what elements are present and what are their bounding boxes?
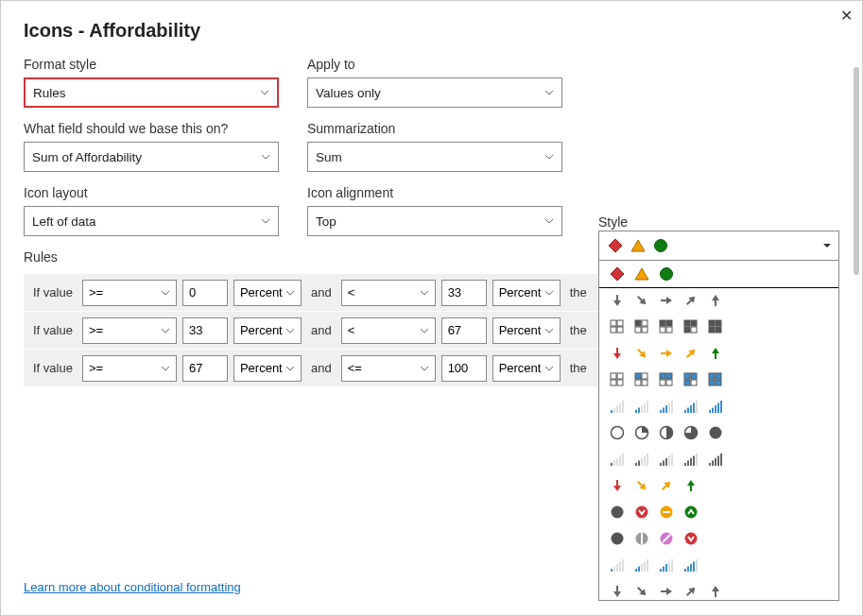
- pie-0-icon: [609, 424, 626, 441]
- svg-rect-121: [668, 562, 670, 573]
- style-option[interactable]: [599, 499, 838, 525]
- svg-rect-36: [684, 380, 690, 385]
- style-option[interactable]: [599, 287, 838, 314]
- circle-amber-bar-icon: [658, 504, 675, 521]
- rule-op1-select[interactable]: >=: [82, 355, 177, 382]
- rule-unit2-select[interactable]: Percent: [492, 355, 561, 382]
- icon-layout-value: Left of data: [32, 214, 96, 229]
- svg-rect-33: [666, 380, 672, 385]
- learn-more-link[interactable]: Learn more about conditional formatting: [24, 580, 241, 594]
- rule-unit2-select[interactable]: Percent: [492, 317, 561, 344]
- svg-rect-75: [619, 456, 621, 467]
- then-label: the: [566, 323, 591, 337]
- rule-val1-input[interactable]: [182, 355, 228, 382]
- svg-point-67: [612, 427, 624, 439]
- bars-2-icon: [633, 556, 650, 573]
- rule-unit1-select[interactable]: Percent: [233, 280, 302, 306]
- bars-1-icon: [609, 398, 626, 415]
- rule-op2-select[interactable]: <: [341, 317, 436, 344]
- rule-unit2-select[interactable]: Percent: [492, 280, 561, 306]
- rules-table: If value>=Percentand<PercenttheIf value>…: [24, 274, 602, 387]
- circle-pink-slash-icon: [658, 530, 675, 547]
- close-button[interactable]: ✕: [840, 7, 853, 25]
- then-label: the: [566, 285, 591, 299]
- svg-rect-77: [635, 463, 637, 466]
- bsquare-q2-icon: [658, 371, 675, 388]
- bars-5-icon: [707, 398, 724, 415]
- rule-op2-select[interactable]: <=: [341, 355, 436, 382]
- svg-rect-27: [642, 373, 647, 379]
- rule-unit1-select[interactable]: Percent: [233, 355, 302, 382]
- rule-op1-select[interactable]: >=: [82, 280, 177, 306]
- svg-rect-58: [687, 408, 689, 414]
- base-field-select[interactable]: Sum of Affordability: [24, 142, 279, 172]
- style-option[interactable]: [599, 552, 838, 578]
- if-value-label: If value: [29, 285, 77, 299]
- svg-rect-91: [696, 453, 698, 466]
- rule-row: If value>=Percentand<Percentthe: [24, 274, 602, 312]
- svg-rect-26: [635, 373, 641, 379]
- svg-rect-82: [660, 463, 662, 466]
- style-option[interactable]: [599, 525, 838, 552]
- svg-rect-12: [660, 327, 665, 333]
- circle-green-icon: [658, 265, 675, 282]
- icon-alignment-select[interactable]: Top: [307, 206, 562, 236]
- style-option[interactable]: [599, 367, 838, 393]
- caret-down-icon: [823, 242, 831, 249]
- rule-op2-select[interactable]: <: [341, 280, 436, 306]
- svg-rect-85: [668, 456, 670, 467]
- style-option[interactable]: [599, 261, 838, 287]
- circle-gray-split-icon: [633, 530, 650, 547]
- summarization-select[interactable]: Sum: [307, 142, 562, 172]
- square-q3-icon: [682, 318, 699, 335]
- svg-rect-89: [690, 458, 692, 466]
- svg-rect-13: [666, 327, 672, 333]
- apply-to-label: Apply to: [307, 57, 562, 72]
- svg-rect-62: [709, 410, 711, 413]
- svg-rect-6: [635, 320, 641, 326]
- format-style-select[interactable]: Rules: [24, 77, 279, 108]
- arrow-ur-orange-icon: [658, 477, 675, 494]
- svg-rect-2: [611, 320, 616, 326]
- svg-rect-18: [709, 320, 715, 326]
- rule-val1-input[interactable]: [182, 280, 228, 306]
- style-option[interactable]: [599, 419, 838, 446]
- apply-to-value: Values only: [316, 86, 381, 100]
- svg-rect-55: [668, 403, 670, 414]
- style-option[interactable]: [599, 446, 838, 472]
- if-value-label: If value: [29, 323, 77, 337]
- rule-val2-input[interactable]: [441, 317, 487, 344]
- style-option[interactable]: [599, 472, 838, 499]
- apply-to-select[interactable]: Values only: [307, 77, 562, 108]
- style-option[interactable]: [599, 393, 838, 419]
- style-option[interactable]: [599, 578, 838, 601]
- format-style-label: Format style: [24, 57, 279, 72]
- style-option[interactable]: [599, 314, 838, 340]
- arrow-dr-orange-icon: [633, 345, 650, 362]
- gbars-2-icon: [633, 451, 650, 468]
- bars-2-icon: [633, 398, 650, 415]
- chevron-down-icon: [261, 152, 270, 162]
- and-label: and: [307, 285, 336, 299]
- icon-layout-select[interactable]: Left of data: [24, 206, 279, 236]
- rule-val2-input[interactable]: [441, 355, 487, 382]
- chevron-down-icon: [261, 216, 270, 226]
- style-option[interactable]: [599, 340, 838, 367]
- rule-val2-input[interactable]: [441, 280, 487, 306]
- svg-rect-11: [666, 320, 672, 326]
- svg-point-71: [710, 427, 722, 439]
- bars-4-icon: [682, 556, 699, 573]
- rule-op1-select[interactable]: >=: [82, 317, 177, 344]
- svg-point-101: [685, 506, 698, 519]
- rule-val1-input[interactable]: [182, 317, 228, 344]
- style-selected-icons: [607, 237, 669, 254]
- if-value-label: If value: [29, 361, 77, 375]
- rule-unit1-select[interactable]: Percent: [233, 317, 302, 344]
- format-style-value: Rules: [33, 86, 66, 100]
- style-dropdown[interactable]: [598, 261, 839, 601]
- svg-rect-15: [691, 320, 697, 326]
- svg-rect-118: [660, 569, 662, 572]
- svg-rect-24: [611, 380, 616, 385]
- scrollbar-thumb[interactable]: [854, 67, 859, 275]
- style-select[interactable]: [598, 231, 839, 261]
